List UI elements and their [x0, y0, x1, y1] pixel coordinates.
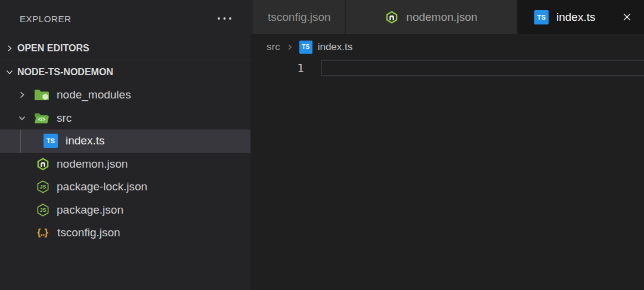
tree-item-node-modules[interactable]: node_modules: [0, 84, 250, 107]
chevron-right-icon: [17, 90, 27, 100]
json-braces-icon: {..}: [253, 11, 262, 24]
tab-label: nodemon.json: [406, 11, 477, 24]
open-editors-label: OPEN EDITORS: [17, 43, 89, 54]
more-actions-icon[interactable]: [216, 16, 233, 21]
current-line-highlight[interactable]: [321, 60, 644, 76]
nodejs-icon: JS: [36, 203, 50, 217]
tree-item-tsconfig-json[interactable]: {..} tsconfig.json: [0, 221, 250, 245]
tab-label: index.ts: [556, 11, 595, 24]
tab-index-ts[interactable]: TS index.ts: [518, 0, 644, 34]
json-braces-icon: {..}: [32, 227, 52, 238]
sidebar-title: EXPLORER: [20, 14, 216, 24]
nodemon-icon: [385, 10, 399, 24]
chevron-down-icon: [5, 67, 14, 77]
line-number: 1: [250, 60, 321, 76]
node-modules-folder-icon: [34, 88, 49, 101]
tab-tsconfig-json[interactable]: {..} tsconfig.json: [253, 0, 346, 34]
vscode-window: EXPLORER OPEN EDITORS NODE-TS-NODEMON: [0, 0, 644, 290]
src-folder-icon: </>: [34, 112, 49, 125]
tree-item-label: package.json: [57, 203, 123, 217]
svg-text:JS: JS: [39, 184, 46, 190]
tree-item-nodemon-json[interactable]: nodemon.json: [0, 153, 250, 176]
chevron-right-icon: [5, 44, 14, 53]
nodejs-icon: JS: [36, 180, 50, 194]
breadcrumb-folder[interactable]: src: [267, 41, 280, 53]
open-editors-section[interactable]: OPEN EDITORS: [0, 37, 250, 60]
tab-nodemon-json[interactable]: nodemon.json: [346, 0, 518, 34]
tree-item-label: index.ts: [66, 134, 104, 147]
tab-label: tsconfig.json: [268, 11, 331, 24]
root-folder-section[interactable]: NODE-TS-NODEMON: [0, 60, 250, 84]
typescript-icon: TS: [44, 134, 58, 148]
indent-guide: [20, 129, 21, 153]
tree-item-label: src: [57, 112, 72, 125]
tree-item-label: node_modules: [57, 88, 131, 101]
chevron-right-icon: [286, 43, 294, 51]
editor-group: {..} tsconfig.json nodemon.json TS: [250, 0, 644, 290]
sidebar-header: EXPLORER: [0, 0, 250, 37]
tree-item-package-json[interactable]: JS package.json: [0, 199, 250, 222]
typescript-icon: TS: [299, 41, 312, 54]
svg-text:JS: JS: [39, 207, 46, 213]
breadcrumb-file[interactable]: index.ts: [318, 41, 353, 53]
svg-text:</>: </>: [38, 116, 45, 122]
editor-line-1: 1: [250, 60, 644, 76]
tree-item-src[interactable]: </> src: [0, 107, 250, 130]
explorer-sidebar: EXPLORER OPEN EDITORS NODE-TS-NODEMON: [0, 0, 250, 290]
tab-bar: {..} tsconfig.json nodemon.json TS: [250, 0, 644, 34]
root-folder-label: NODE-TS-NODEMON: [17, 67, 113, 78]
breadcrumb: src TS index.ts: [250, 34, 644, 60]
tree-item-label: package-lock.json: [57, 180, 147, 193]
typescript-icon: TS: [534, 10, 549, 24]
tree-item-package-lock-json[interactable]: JS package-lock.json: [0, 175, 250, 199]
chevron-down-icon: [17, 113, 27, 123]
nodemon-icon: [36, 157, 50, 171]
close-icon[interactable]: [622, 12, 632, 22]
tree-item-index-ts[interactable]: TS index.ts: [0, 129, 250, 153]
tree-item-label: nodemon.json: [57, 158, 128, 171]
tree-item-label: tsconfig.json: [57, 226, 120, 239]
